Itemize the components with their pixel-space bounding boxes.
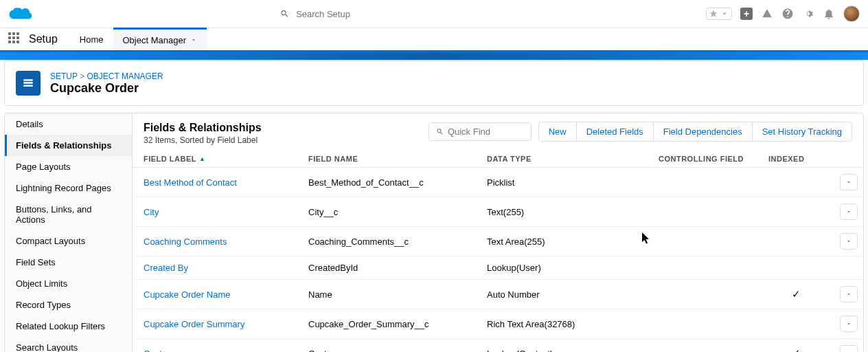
chevron-down-icon xyxy=(845,238,852,245)
field-label-link[interactable]: Cupcake Order Summary xyxy=(144,319,308,329)
sidebar-item[interactable]: Search Layouts xyxy=(5,337,132,352)
quick-find[interactable] xyxy=(429,122,532,141)
sidebar-item[interactable]: Details xyxy=(5,113,132,135)
search-icon xyxy=(436,127,444,136)
col-data-type[interactable]: DATA TYPE xyxy=(487,155,659,163)
col-field-name[interactable]: FIELD NAME xyxy=(308,155,487,163)
sidebar-item[interactable]: Record Types xyxy=(5,294,132,316)
search-icon xyxy=(280,9,289,19)
app-title: Setup xyxy=(29,33,58,45)
sidebar-item[interactable]: Page Layouts xyxy=(5,156,132,177)
data-type: Picklist xyxy=(487,177,659,188)
content: Fields & Relationships 32 Items, Sorted … xyxy=(133,113,863,352)
chevron-down-icon xyxy=(845,320,852,327)
main: DetailsFields & RelationshipsPage Layout… xyxy=(4,113,864,352)
content-header: Fields & Relationships 32 Items, Sorted … xyxy=(133,113,863,151)
action-button[interactable]: New xyxy=(539,122,577,141)
search-input[interactable] xyxy=(296,9,541,19)
bell-icon[interactable] xyxy=(823,8,835,20)
col-controlling-field[interactable]: CONTROLLING FIELD xyxy=(659,155,768,163)
sidebar-item[interactable]: Lightning Record Pages xyxy=(5,177,132,199)
brand-band xyxy=(0,52,868,60)
field-label-link[interactable]: Best Method of Contact xyxy=(144,177,308,188)
object-icon xyxy=(16,71,41,96)
breadcrumb-setup[interactable]: SETUP xyxy=(50,72,78,81)
col-field-label[interactable]: FIELD LABEL▲ xyxy=(144,155,308,163)
row-action-menu[interactable] xyxy=(840,345,858,352)
breadcrumb-object-manager[interactable]: OBJECT MANAGER xyxy=(87,72,163,81)
field-label-link[interactable]: City xyxy=(144,207,308,217)
field-name: Coaching_Comments__c xyxy=(308,236,487,247)
trailhead-icon[interactable] xyxy=(761,8,773,20)
sort-asc-icon: ▲ xyxy=(199,155,205,162)
table-row: CityCity__cText(255) xyxy=(133,197,863,227)
app-launcher-icon[interactable] xyxy=(8,32,22,46)
quick-find-input[interactable] xyxy=(448,126,524,137)
table-row: Best Method of ContactBest_Method_of_Con… xyxy=(133,168,863,197)
help-icon[interactable] xyxy=(781,8,794,20)
field-name: City__c xyxy=(308,207,487,217)
table-row: Coaching CommentsCoaching_Comments__cTex… xyxy=(133,227,863,256)
table-row: CustomerCustomer__cLookup(Contact)✓ xyxy=(133,339,863,352)
field-label-link[interactable]: Cupcake Order Name xyxy=(144,289,308,300)
nav-item-object-manager[interactable]: Object Manager xyxy=(113,28,207,50)
data-type: Text(255) xyxy=(487,207,659,217)
action-button[interactable]: Set History Tracking xyxy=(753,122,852,141)
nav-item-home[interactable]: Home xyxy=(70,28,113,50)
field-name: CreatedById xyxy=(308,263,487,273)
sidebar-item[interactable]: Buttons, Links, and Actions xyxy=(5,199,132,230)
action-button[interactable]: Field Dependencies xyxy=(654,122,753,141)
content-title: Fields & Relationships xyxy=(144,122,262,134)
action-button[interactable]: Deleted Fields xyxy=(577,122,654,141)
row-action-menu[interactable] xyxy=(840,316,858,332)
avatar[interactable] xyxy=(843,6,860,22)
row-action-menu[interactable] xyxy=(840,286,858,302)
header-actions: + xyxy=(706,6,860,22)
indexed-cell: ✓ xyxy=(768,347,823,352)
field-label-link[interactable]: Coaching Comments xyxy=(144,236,308,247)
data-type: Lookup(User) xyxy=(487,263,659,273)
page-title: Cupcake Order xyxy=(50,81,163,96)
table-row: Created ByCreatedByIdLookup(User) xyxy=(133,256,863,280)
global-actions-icon[interactable]: + xyxy=(740,8,753,20)
sidebar-item[interactable]: Compact Layouts xyxy=(5,230,132,252)
data-type: Rich Text Area(32768) xyxy=(487,319,659,329)
breadcrumb: SETUP > OBJECT MANAGER xyxy=(50,72,163,81)
nav-bar: Setup Home Object Manager xyxy=(0,28,868,52)
table-row: Cupcake Order SummaryCupcake_Order_Summa… xyxy=(133,309,863,339)
sidebar-item[interactable]: Related Lookup Filters xyxy=(5,316,132,337)
gear-icon[interactable] xyxy=(802,8,814,20)
field-name: Customer__c xyxy=(308,349,487,353)
sidebar-item[interactable]: Object Limits xyxy=(5,273,132,294)
table-header: FIELD LABEL▲ FIELD NAME DATA TYPE CONTRO… xyxy=(133,151,863,168)
content-subtitle: 32 Items, Sorted by Field Label xyxy=(144,135,262,145)
field-label-link[interactable]: Created By xyxy=(144,263,308,273)
global-header: + xyxy=(0,0,868,28)
chevron-down-icon xyxy=(845,208,852,215)
indexed-cell: ✓ xyxy=(768,288,823,300)
chevron-down-icon xyxy=(720,9,729,19)
field-name: Name xyxy=(308,289,487,300)
chevron-down-icon xyxy=(845,291,852,298)
favorites-dropdown[interactable] xyxy=(706,8,732,20)
data-type: Text Area(255) xyxy=(487,236,659,247)
field-label-link[interactable]: Customer xyxy=(144,349,308,353)
fields-table: FIELD LABEL▲ FIELD NAME DATA TYPE CONTRO… xyxy=(133,151,863,352)
field-name: Cupcake_Order_Summary__c xyxy=(308,319,487,329)
data-type: Auto Number xyxy=(487,289,659,300)
row-action-menu[interactable] xyxy=(840,174,858,190)
col-indexed[interactable]: INDEXED xyxy=(768,155,823,163)
global-search[interactable] xyxy=(273,4,548,23)
chevron-down-icon xyxy=(190,36,197,43)
data-type: Lookup(Contact) xyxy=(487,349,659,353)
chevron-down-icon xyxy=(845,179,852,186)
sidebar-item[interactable]: Field Sets xyxy=(5,252,132,273)
table-row: Cupcake Order NameNameAuto Number✓ xyxy=(133,280,863,309)
salesforce-logo xyxy=(8,6,33,22)
button-group: NewDeleted FieldsField DependenciesSet H… xyxy=(538,122,852,142)
field-name: Best_Method_of_Contact__c xyxy=(308,177,487,188)
sidebar-item[interactable]: Fields & Relationships xyxy=(5,135,132,156)
row-action-menu[interactable] xyxy=(840,204,858,220)
row-action-menu[interactable] xyxy=(840,233,858,250)
sidebar: DetailsFields & RelationshipsPage Layout… xyxy=(5,113,133,352)
